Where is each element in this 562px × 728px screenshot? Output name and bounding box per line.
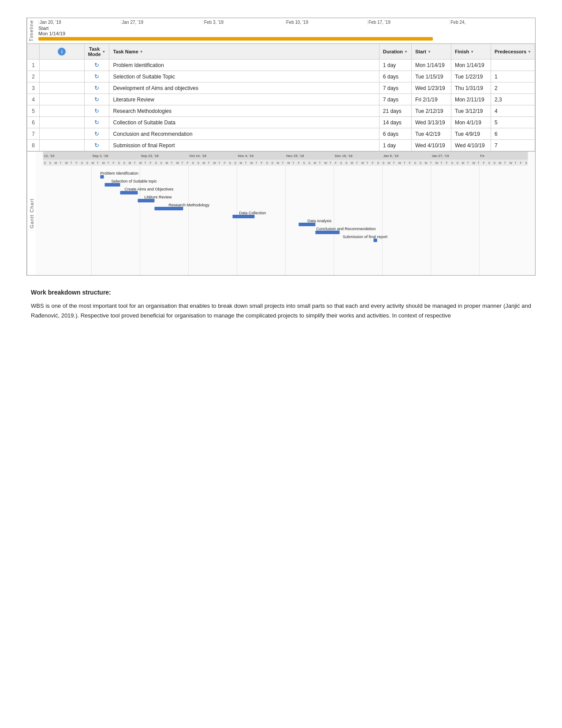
svg-text:T: T bbox=[97, 161, 99, 164]
start-label: Start bbox=[415, 49, 426, 54]
predecessors-label: Predecessors bbox=[495, 49, 526, 54]
svg-text:M: M bbox=[92, 161, 94, 164]
row-info-cell bbox=[40, 105, 85, 117]
svg-text:F: F bbox=[298, 161, 300, 164]
svg-text:M: M bbox=[351, 161, 354, 164]
row-start: Wed 3/13/19 bbox=[411, 117, 451, 128]
svg-text:S: S bbox=[383, 161, 385, 164]
svg-text:S: S bbox=[86, 161, 89, 164]
task-mode-label: Task Mode bbox=[88, 46, 101, 57]
row-duration: 6 days bbox=[379, 128, 411, 140]
task-mode-sort-icon[interactable]: ▼ bbox=[102, 50, 106, 54]
row-finish: Mon 2/11/19 bbox=[451, 94, 491, 105]
svg-text:F: F bbox=[150, 161, 152, 164]
table-row: 2 ↻ Selection of Suitable Topic 6 days T… bbox=[27, 71, 535, 82]
svg-text:M: M bbox=[277, 161, 279, 164]
finish-sort-icon[interactable]: ▼ bbox=[470, 50, 474, 54]
row-info-cell bbox=[40, 71, 85, 82]
svg-text:S: S bbox=[346, 161, 348, 164]
svg-text:T: T bbox=[367, 161, 369, 164]
svg-text:Sep 23, '18: Sep 23, '18 bbox=[141, 154, 159, 158]
svg-text:S: S bbox=[81, 161, 83, 164]
gantt-table: i Task Mode ▼ Task Name ▼ bbox=[27, 44, 535, 151]
svg-text:M: M bbox=[425, 161, 428, 164]
svg-text:Jan 27, '19: Jan 27, '19 bbox=[432, 154, 449, 158]
svg-text:T: T bbox=[182, 161, 184, 164]
svg-text:S: S bbox=[377, 161, 380, 164]
svg-text:S: S bbox=[272, 161, 274, 164]
pred-sort-icon[interactable]: ▼ bbox=[528, 50, 531, 54]
svg-text:Selection of Suitable topic: Selection of Suitable topic bbox=[112, 179, 157, 183]
row-finish: Tue 4/9/19 bbox=[451, 128, 491, 140]
row-finish: Mon 4/1/19 bbox=[451, 117, 491, 128]
row-duration: 14 days bbox=[379, 117, 411, 128]
duration-label: Duration bbox=[383, 49, 403, 54]
task-name-sort-icon[interactable]: ▼ bbox=[140, 50, 143, 54]
row-duration: 6 days bbox=[379, 71, 411, 82]
row-num: 5 bbox=[27, 105, 40, 117]
svg-text:S: S bbox=[266, 161, 268, 164]
row-predecessors: 2 bbox=[491, 82, 535, 94]
svg-text:W: W bbox=[435, 161, 439, 164]
svg-text:S: S bbox=[457, 161, 459, 164]
wbs-title: Work breakdown structure: bbox=[31, 289, 531, 296]
svg-text:S: S bbox=[155, 161, 157, 164]
svg-text:T: T bbox=[478, 161, 480, 164]
svg-text:S: S bbox=[160, 161, 163, 164]
row-task-name: Literature Review bbox=[109, 94, 379, 105]
row-task-mode-icon: ↻ bbox=[84, 71, 109, 82]
svg-text:T: T bbox=[256, 161, 258, 164]
svg-text:M: M bbox=[499, 161, 502, 164]
start-sort-icon[interactable]: ▼ bbox=[428, 50, 431, 54]
svg-text:M: M bbox=[203, 161, 205, 164]
row-task-name: Selection of Suitable Topic bbox=[109, 71, 379, 82]
svg-text:Fe: Fe bbox=[480, 154, 485, 158]
svg-text:S: S bbox=[451, 161, 454, 164]
col-start: Start ▼ bbox=[411, 44, 451, 60]
svg-text:T: T bbox=[430, 161, 432, 164]
row-predecessors: 6 bbox=[491, 128, 535, 140]
duration-sort-icon[interactable]: ▼ bbox=[404, 50, 408, 54]
svg-text:W: W bbox=[250, 161, 253, 164]
row-predecessors bbox=[491, 60, 535, 71]
timeline-date-1: Jan 20, '19 bbox=[38, 20, 121, 25]
svg-text:T: T bbox=[71, 161, 73, 164]
timeline-date-4: Feb 10, '19 bbox=[285, 20, 368, 25]
col-num bbox=[27, 44, 40, 60]
task-mode-symbol: ↻ bbox=[94, 73, 99, 80]
svg-text:M: M bbox=[55, 161, 57, 164]
row-predecessors: 5 bbox=[491, 117, 535, 128]
start-info: Start Mon 1/14/19 bbox=[38, 26, 532, 36]
svg-text:W: W bbox=[65, 161, 68, 164]
row-task-name: Submission of final Report bbox=[109, 140, 379, 151]
svg-text:W: W bbox=[398, 161, 402, 164]
row-finish: Wed 4/10/19 bbox=[451, 140, 491, 151]
bottom-gantt-section: Gantt Chart 12, '18 Sep 2, '18 Sep 23, '… bbox=[27, 151, 535, 275]
row-task-name: Development of Aims and objectives bbox=[109, 82, 379, 94]
svg-text:T: T bbox=[208, 161, 210, 164]
svg-text:F: F bbox=[335, 161, 337, 164]
timeline-date-2: Jan 27, '19 bbox=[121, 20, 203, 25]
row-duration: 1 day bbox=[379, 140, 411, 151]
row-finish: Tue 1/22/19 bbox=[451, 71, 491, 82]
svg-text:T: T bbox=[282, 161, 284, 164]
svg-text:S: S bbox=[234, 161, 237, 164]
task-mode-symbol: ↻ bbox=[94, 131, 99, 137]
svg-text:S: S bbox=[197, 161, 200, 164]
svg-text:S: S bbox=[309, 161, 311, 164]
svg-text:12, '18: 12, '18 bbox=[44, 154, 55, 158]
col-duration: Duration ▼ bbox=[379, 44, 411, 60]
row-start: Tue 2/12/19 bbox=[411, 105, 451, 117]
svg-text:T: T bbox=[356, 161, 358, 164]
svg-text:S: S bbox=[488, 161, 491, 164]
col-predecessors: Predecessors ▼ bbox=[491, 44, 535, 60]
svg-rect-20 bbox=[43, 160, 528, 166]
svg-rect-127 bbox=[299, 223, 316, 226]
row-start: Fri 2/1/19 bbox=[411, 94, 451, 105]
svg-text:T: T bbox=[515, 161, 517, 164]
svg-text:S: S bbox=[118, 161, 120, 164]
row-info-cell bbox=[40, 60, 85, 71]
timeline-date-5: Feb 17, '19 bbox=[367, 20, 450, 25]
svg-text:Nov 25, '18: Nov 25, '18 bbox=[287, 154, 305, 158]
col-info: i bbox=[40, 44, 85, 60]
